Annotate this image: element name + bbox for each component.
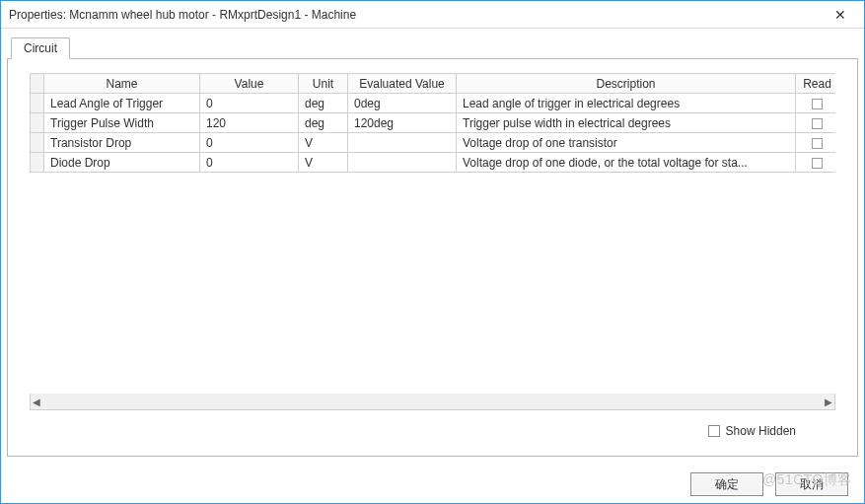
properties-window: Properties: Mcnamm wheel hub motor - RMx… — [0, 0, 865, 504]
cell-value[interactable]: 0 — [200, 153, 299, 173]
show-hidden-label: Show Hidden — [726, 424, 796, 438]
cell-evaluated: 120deg — [348, 113, 457, 133]
cell-read[interactable] — [796, 153, 836, 173]
cell-evaluated — [348, 153, 457, 173]
cell-read[interactable] — [796, 94, 836, 113]
cell-unit[interactable]: V — [299, 153, 348, 173]
tab-strip: Circuit — [7, 35, 858, 58]
scroll-left-icon[interactable]: ◀ — [33, 396, 40, 407]
cell-description: Trigger pulse width in electrical degree… — [457, 113, 796, 133]
col-header-description[interactable]: Description — [457, 74, 796, 94]
col-header-value[interactable]: Value — [200, 74, 299, 94]
separator — [7, 463, 858, 464]
cell-read[interactable] — [796, 133, 836, 153]
dialog-button-row: 确定 取消 — [7, 468, 858, 501]
table-row[interactable]: Trigger Pulse Width 120 deg 120deg Trigg… — [31, 113, 836, 133]
tab-label: Circuit — [24, 41, 57, 55]
cell-unit[interactable]: deg — [299, 94, 348, 113]
cancel-button[interactable]: 取消 — [775, 472, 848, 496]
table-row[interactable]: Transistor Drop 0 V Voltage drop of one … — [31, 133, 836, 153]
client-area: Circuit Name Value Unit Evaluated Value — [1, 29, 864, 503]
scroll-right-icon[interactable]: ▶ — [825, 396, 832, 407]
cancel-button-label: 取消 — [800, 476, 824, 493]
cell-value[interactable]: 120 — [200, 113, 299, 133]
cell-value[interactable]: 0 — [200, 133, 299, 153]
close-button[interactable]: ✕ — [821, 5, 860, 25]
row-header[interactable] — [31, 133, 44, 153]
ok-button-label: 确定 — [715, 476, 739, 493]
cell-unit[interactable]: deg — [299, 113, 348, 133]
cell-unit[interactable]: V — [299, 133, 348, 153]
show-hidden-row: Show Hidden — [30, 410, 835, 444]
checkbox-icon[interactable] — [812, 138, 823, 149]
row-header[interactable] — [31, 113, 44, 133]
grid-viewport: Name Value Unit Evaluated Value Descript… — [30, 73, 835, 394]
checkbox-icon[interactable] — [812, 118, 823, 129]
cell-description: Lead angle of trigger in electrical degr… — [457, 94, 796, 113]
property-grid: Name Value Unit Evaluated Value Descript… — [30, 73, 835, 410]
grid-header-row: Name Value Unit Evaluated Value Descript… — [31, 74, 836, 94]
col-header-name[interactable]: Name — [44, 74, 200, 94]
grid-table: Name Value Unit Evaluated Value Descript… — [30, 73, 835, 173]
titlebar: Properties: Mcnamm wheel hub motor - RMx… — [1, 1, 864, 29]
cell-evaluated — [348, 133, 457, 153]
col-header-evaluated[interactable]: Evaluated Value — [348, 74, 457, 94]
table-row[interactable]: Lead Angle of Trigger 0 deg 0deg Lead an… — [31, 94, 836, 113]
checkbox-icon[interactable] — [812, 99, 823, 109]
cell-value[interactable]: 0 — [200, 94, 299, 113]
row-header[interactable] — [31, 153, 44, 173]
col-header-unit[interactable]: Unit — [299, 74, 348, 94]
cell-name[interactable]: Lead Angle of Trigger — [44, 94, 200, 113]
horizontal-scrollbar[interactable]: ◀ ▶ — [30, 394, 835, 410]
cell-name[interactable]: Diode Drop — [44, 153, 200, 173]
grid-corner — [31, 74, 44, 94]
show-hidden-checkbox[interactable] — [708, 425, 720, 437]
cell-evaluated: 0deg — [348, 94, 457, 113]
ok-button[interactable]: 确定 — [690, 472, 763, 496]
checkbox-icon[interactable] — [812, 158, 823, 169]
close-icon: ✕ — [834, 7, 846, 23]
cell-name[interactable]: Trigger Pulse Width — [44, 113, 200, 133]
row-header[interactable] — [31, 94, 44, 113]
col-header-read[interactable]: Read — [796, 74, 836, 94]
cell-description: Voltage drop of one transistor — [457, 133, 796, 153]
window-title: Properties: Mcnamm wheel hub motor - RMx… — [9, 8, 821, 22]
tab-panel: Name Value Unit Evaluated Value Descript… — [7, 58, 858, 457]
cell-name[interactable]: Transistor Drop — [44, 133, 200, 153]
tab-circuit[interactable]: Circuit — [11, 37, 70, 59]
cell-description: Voltage drop of one diode, or the total … — [457, 153, 796, 173]
table-row[interactable]: Diode Drop 0 V Voltage drop of one diode… — [31, 153, 836, 173]
cell-read[interactable] — [796, 113, 836, 133]
